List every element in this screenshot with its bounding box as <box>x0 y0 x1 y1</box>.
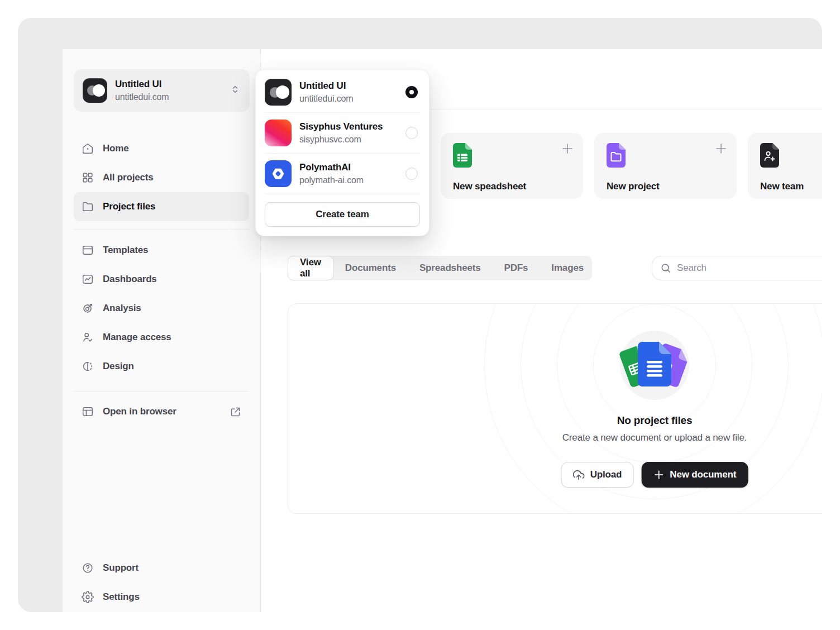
sidebar-item-design[interactable]: Design <box>74 352 249 381</box>
blue-document-icon <box>638 342 671 389</box>
sidebar-item-label: Analysis <box>103 303 141 314</box>
radio-unselected-icon[interactable] <box>405 127 418 139</box>
workspace-menu-item-name: Untitled UI <box>299 80 398 92</box>
settings-gear-icon <box>82 591 94 603</box>
quick-action-label: New team <box>760 181 804 192</box>
tab-spreadsheets[interactable]: Spreadsheets <box>408 256 493 280</box>
tab-documents[interactable]: Documents <box>333 256 408 280</box>
empty-state-actions: Upload New document <box>561 462 748 488</box>
sidebar-item-templates[interactable]: Templates <box>74 236 249 265</box>
empty-state-card: No project files Create a new document o… <box>288 303 822 514</box>
empty-state-description: Create a new document or upload a new fi… <box>515 432 794 443</box>
new-project-card[interactable]: New project <box>594 133 737 199</box>
sidebar-item-label: Templates <box>103 245 148 256</box>
create-team-button[interactable]: Create team <box>265 202 420 227</box>
sidebar-item-label: Project files <box>103 201 155 212</box>
workspace-menu-item-untitled-ui[interactable]: Untitled UI untitledui.com <box>256 72 429 112</box>
untitled-ui-logo <box>265 79 292 106</box>
search-icon <box>660 262 671 274</box>
sidebar-item-analysis[interactable]: Analysis <box>74 294 249 323</box>
upload-button-label: Upload <box>590 469 622 480</box>
quick-action-label: New project <box>607 181 660 192</box>
plus-icon <box>714 142 728 157</box>
empty-state-illustration <box>620 331 689 400</box>
sidebar-item-home[interactable]: Home <box>74 134 249 163</box>
search-field[interactable] <box>652 256 822 280</box>
new-spreadsheet-card[interactable]: New speadsheet <box>441 133 583 199</box>
workspace-menu-item-domain: polymath-ai.com <box>299 175 398 186</box>
folder-icon <box>82 201 94 213</box>
sidebar-item-support[interactable]: Support <box>74 553 249 583</box>
browser-layout-icon <box>82 405 94 418</box>
sisyphus-gradient-logo <box>265 120 292 146</box>
radio-unselected-icon[interactable] <box>405 168 418 180</box>
workspace-menu-item-text: Sisyphus Ventures sisyphusvc.com <box>299 121 398 145</box>
workspace-menu-item-name: Sisyphus Ventures <box>299 121 398 132</box>
team-file-icon <box>760 143 779 170</box>
workspace-menu-item-name: PolymathAI <box>299 161 398 173</box>
untitled-ui-logo <box>83 78 107 103</box>
sidebar-item-dashboards[interactable]: Dashboards <box>74 265 249 294</box>
sidebar-divider <box>74 229 249 230</box>
tab-images[interactable]: Images <box>540 256 595 280</box>
polymath-hexagon-logo <box>265 160 292 187</box>
sidebar-item-label: Dashboards <box>103 274 157 285</box>
empty-state-title: No project files <box>543 414 766 427</box>
sidebar-item-label: Settings <box>103 591 140 603</box>
upload-cloud-icon <box>573 469 585 481</box>
help-icon <box>82 562 94 574</box>
workspace-domain: untitledui.com <box>115 92 222 103</box>
sidebar-item-all-projects[interactable]: All projects <box>74 163 249 192</box>
sidebar-open-in-browser-group: Open in browser <box>74 397 249 426</box>
manage-access-icon <box>82 331 94 343</box>
sidebar-item-settings[interactable]: Settings <box>74 583 249 612</box>
dashboard-icon <box>82 273 94 285</box>
upload-button[interactable]: Upload <box>561 462 634 488</box>
tab-view-all[interactable]: View all <box>288 256 333 280</box>
search-input[interactable] <box>677 262 822 274</box>
workspace-switcher[interactable]: Untitled UI untitledui.com <box>74 69 250 112</box>
filter-tabs: View all Documents Spreadsheets PDFs Ima… <box>288 256 592 280</box>
sidebar-item-manage-access[interactable]: Manage access <box>74 323 249 352</box>
grid-icon <box>82 171 94 184</box>
workspace-menu-item-domain: untitledui.com <box>299 93 398 104</box>
new-document-button[interactable]: New document <box>641 462 748 488</box>
sidebar-item-open-in-browser[interactable]: Open in browser <box>74 397 249 426</box>
sidebar-nav-footer: Support Settings <box>74 553 249 612</box>
plus-icon <box>561 142 574 157</box>
radio-selected-icon[interactable] <box>405 86 418 98</box>
sidebar-item-label: Home <box>103 143 129 154</box>
plus-icon <box>653 469 664 480</box>
sidebar: Untitled UI untitledui.com Home All proj <box>63 49 261 612</box>
design-icon <box>82 360 94 373</box>
sidebar-item-label: Open in browser <box>103 406 176 417</box>
workspace-switcher-text: Untitled UI untitledui.com <box>115 78 222 102</box>
workspace-menu-item-sisyphus-ventures[interactable]: Sisyphus Ventures sisyphusvc.com <box>256 113 429 153</box>
new-team-card[interactable]: New team <box>748 133 822 199</box>
sidebar-nav-secondary: Templates Dashboards Analysis Manage acc… <box>74 236 249 381</box>
workspace-name: Untitled UI <box>115 78 222 90</box>
workspace-menu: Untitled UI untitledui.com Sisyphus Vent… <box>255 69 429 236</box>
chevron-selector-icon <box>230 84 241 97</box>
app-inner-panel: Untitled UI untitledui.com Home All proj <box>63 49 822 612</box>
template-icon <box>82 244 94 256</box>
spreadsheet-file-icon <box>453 143 472 170</box>
workspace-menu-footer: Create team <box>256 194 429 236</box>
quick-action-label: New speadsheet <box>453 181 526 192</box>
home-icon <box>82 142 94 155</box>
sidebar-item-label: All projects <box>103 172 154 183</box>
workspace-menu-item-domain: sisyphusvc.com <box>299 134 398 145</box>
page: Untitled UI untitledui.com Home All proj <box>0 0 840 630</box>
project-file-icon <box>607 143 626 170</box>
sidebar-item-label: Design <box>103 361 134 372</box>
external-link-icon <box>229 405 241 418</box>
sidebar-item-label: Support <box>103 562 139 574</box>
sidebar-nav-primary: Home All projects Project files <box>74 134 249 221</box>
workspace-menu-item-text: PolymathAI polymath-ai.com <box>299 161 398 185</box>
sidebar-item-project-files[interactable]: Project files <box>74 192 249 221</box>
sidebar-divider <box>74 391 249 392</box>
workspace-menu-item-text: Untitled UI untitledui.com <box>299 80 398 104</box>
workspace-menu-item-polymathai[interactable]: PolymathAI polymath-ai.com <box>256 154 429 194</box>
new-document-button-label: New document <box>670 469 736 480</box>
tab-pdfs[interactable]: PDFs <box>493 256 540 280</box>
